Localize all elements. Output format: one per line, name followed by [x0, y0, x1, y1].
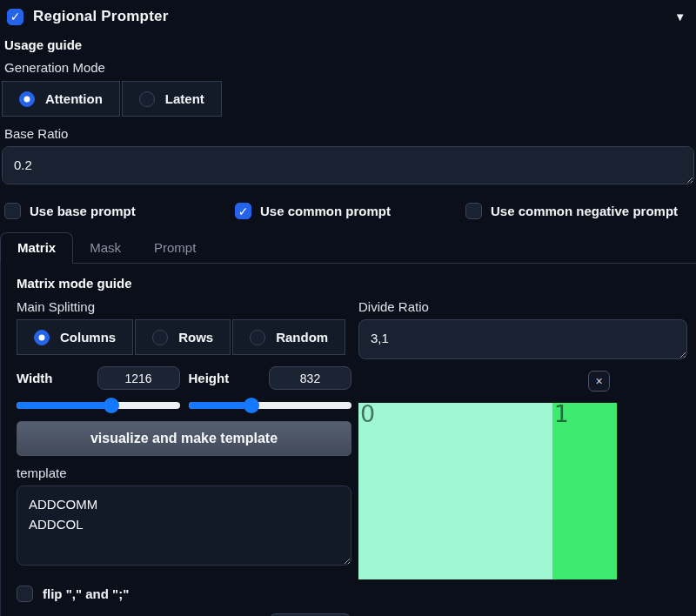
checkbox-label: flip "," and ";": [43, 586, 129, 601]
template-label: template: [17, 465, 351, 480]
main-splitting-label: Main Splitting: [17, 299, 351, 314]
collapse-arrow-icon[interactable]: ▼: [674, 11, 687, 23]
height-slider-handle[interactable]: [244, 398, 259, 413]
base-ratio-label: Base Ratio: [4, 126, 696, 141]
use-base-prompt-option[interactable]: Use base prompt: [4, 203, 235, 219]
radio-label: Columns: [60, 330, 116, 345]
radio-rows[interactable]: Rows: [135, 319, 231, 355]
width-slider-track[interactable]: [17, 402, 180, 409]
radio-circle-icon: [152, 330, 168, 345]
width-label: Width: [17, 371, 53, 385]
radio-random[interactable]: Random: [232, 319, 345, 355]
radio-label: Random: [276, 330, 328, 345]
template-textarea[interactable]: ADDCOMM ADDCOL: [17, 485, 351, 566]
close-icon: ×: [595, 375, 602, 387]
region-1-label: 1: [554, 403, 569, 427]
flip-checkbox[interactable]: [17, 586, 33, 602]
radio-circle-icon: [139, 91, 155, 107]
base-ratio-input[interactable]: 0.2: [2, 146, 694, 184]
tab-prompt[interactable]: Prompt: [137, 233, 212, 263]
checkbox-label: Use common negative prompt: [491, 204, 678, 218]
radio-attention[interactable]: Attention: [2, 81, 120, 117]
matrix-tab-panel: Matrix mode guide Main Splitting Columns…: [0, 264, 696, 616]
flip-option[interactable]: flip "," and ";": [17, 586, 351, 602]
regional-prompter-panel: Regional Prompter ▼ Usage guide Generati…: [0, 0, 696, 616]
matrix-mode-guide-link[interactable]: Matrix mode guide: [17, 276, 687, 291]
accordion-header[interactable]: Regional Prompter ▼: [0, 0, 696, 25]
height-slider-component: Height: [189, 366, 352, 409]
region-preview-image: 0 1: [358, 403, 617, 579]
template-preview: × 0 1: [358, 371, 617, 579]
height-label: Height: [189, 371, 230, 385]
use-common-prompt-checkbox[interactable]: [235, 203, 251, 219]
region-0: 0: [358, 403, 552, 579]
mode-tabs: Matrix Mask Prompt: [0, 232, 696, 264]
radio-latent[interactable]: Latent: [122, 81, 222, 117]
matrix-right-column: Divide Ratio 3,1 × 0 1: [358, 299, 687, 616]
checkbox-label: Use common prompt: [260, 204, 391, 218]
use-common-prompt-option[interactable]: Use common prompt: [235, 203, 465, 219]
radio-label: Latent: [165, 91, 204, 106]
radio-label: Attention: [45, 91, 103, 106]
use-base-prompt-checkbox[interactable]: [4, 203, 21, 219]
divide-ratio-input[interactable]: 3,1: [358, 319, 687, 359]
clear-preview-button[interactable]: ×: [588, 371, 610, 392]
matrix-left-column: Main Splitting Columns Rows Random: [17, 299, 351, 616]
radio-circle-icon: [250, 330, 265, 345]
use-common-negative-prompt-checkbox[interactable]: [465, 203, 482, 219]
height-slider-fill: [189, 402, 252, 409]
divide-ratio-label: Divide Ratio: [358, 299, 687, 314]
region-0-label: 0: [360, 403, 375, 427]
main-splitting-radio-group: Columns Rows Random: [17, 319, 351, 355]
checkbox-label: Use base prompt: [30, 204, 136, 218]
generation-mode-label: Generation Mode: [4, 60, 696, 75]
radio-circle-icon: [19, 91, 35, 107]
width-number-input[interactable]: [97, 366, 180, 390]
tab-mask[interactable]: Mask: [73, 233, 137, 263]
prompt-options-row: Use base prompt Use common prompt Use co…: [4, 203, 696, 219]
height-slider-track[interactable]: [189, 402, 352, 409]
width-slider-component: Width: [17, 366, 180, 409]
extension-enable-checkbox[interactable]: [7, 9, 23, 25]
use-common-negative-prompt-option[interactable]: Use common negative prompt: [465, 203, 696, 219]
width-slider-fill: [17, 402, 111, 409]
tab-matrix[interactable]: Matrix: [0, 232, 73, 264]
region-1: 1: [552, 403, 617, 579]
panel-title: Regional Prompter: [33, 8, 168, 25]
radio-columns[interactable]: Columns: [17, 319, 133, 355]
width-slider-handle[interactable]: [104, 398, 119, 413]
usage-guide-link[interactable]: Usage guide: [4, 37, 696, 52]
generation-mode-radio-group: Attention Latent: [2, 81, 696, 117]
radio-circle-icon: [34, 330, 50, 345]
visualize-template-button[interactable]: visualize and make template: [17, 421, 351, 456]
height-number-input[interactable]: [269, 366, 351, 390]
radio-label: Rows: [178, 330, 213, 345]
